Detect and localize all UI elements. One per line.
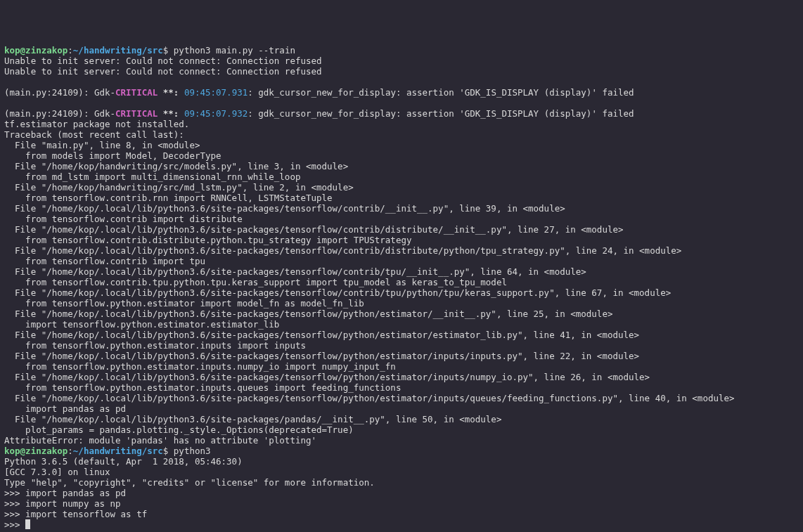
traceback-line: from tensorflow.contrib.distribute.pytho… xyxy=(4,235,799,245)
gdk-msg: : gdk_cursor_new_for_display: assertion … xyxy=(248,108,634,119)
repl-line[interactable]: >>> import pandas as pd xyxy=(4,488,799,498)
traceback-line: import pandas as pd xyxy=(4,403,799,414)
cursor xyxy=(25,519,30,529)
traceback-line: File "/home/kop/.local/lib/python3.6/sit… xyxy=(4,414,799,424)
traceback-line: import tensorflow.python.estimator.estim… xyxy=(4,319,799,330)
command-input[interactable]: python3 main.py --train xyxy=(168,45,295,56)
gdk-time: 09:45:07.931 xyxy=(184,87,248,98)
gdk-prefix: (main.py:24109): Gdk- xyxy=(4,108,115,119)
prompt-line-2: kop@zinzakop:~/handwriting/src$ python3 xyxy=(4,446,799,456)
repl-line[interactable]: >>> import numpy as np xyxy=(4,498,799,509)
traceback-line: File "/home/kop/handwriting/src/models.p… xyxy=(4,161,799,171)
traceback-line: File "/home/kop/.local/lib/python3.6/sit… xyxy=(4,287,799,298)
traceback-line: from tensorflow.contrib import distribut… xyxy=(4,214,799,224)
traceback-header: Traceback (most recent call last): xyxy=(4,129,799,140)
traceback-line: from tensorflow.contrib.tpu.python.tpu.k… xyxy=(4,277,799,287)
python-banner: [GCC 7.3.0] on linux xyxy=(4,467,799,477)
traceback-line: File "/home/kop/.local/lib/python3.6/sit… xyxy=(4,266,799,277)
traceback-line: File "/home/kop/.local/lib/python3.6/sit… xyxy=(4,351,799,361)
prompt-path: ~/handwriting/src xyxy=(73,446,163,456)
traceback-line: File "main.py", line 8, in <module> xyxy=(4,140,799,150)
prompt-path: ~/handwriting/src xyxy=(73,45,163,56)
error-connect: Unable to init server: Could not connect… xyxy=(4,66,799,77)
blank-line xyxy=(4,77,799,87)
blank-line xyxy=(4,98,799,108)
python-banner: Type "help", "copyright", "credits" or "… xyxy=(4,477,799,488)
gdk-critical-line: (main.py:24109): Gdk-CRITICAL **: 09:45:… xyxy=(4,87,799,98)
traceback-line: from models import Model, DecoderType xyxy=(4,150,799,161)
gdk-stars: **: xyxy=(158,87,184,98)
prompt-user: kop@zinzakop xyxy=(4,446,68,456)
gdk-stars: **: xyxy=(158,108,184,119)
repl-line[interactable]: >>> import tensorflow as tf xyxy=(4,509,799,519)
terminal[interactable]: kop@zinzakop:~/handwriting/src$ python3 … xyxy=(4,45,799,530)
command-input[interactable]: python3 xyxy=(168,446,210,456)
traceback-line: from md_lstm import multi_dimensional_rn… xyxy=(4,171,799,182)
traceback-line: File "/home/kop/.local/lib/python3.6/sit… xyxy=(4,203,799,214)
gdk-prefix: (main.py:24109): Gdk- xyxy=(4,87,115,98)
prompt-user: kop@zinzakop xyxy=(4,45,68,56)
traceback-line: from tensorflow.python.estimator import … xyxy=(4,298,799,309)
gdk-critical-line: (main.py:24109): Gdk-CRITICAL **: 09:45:… xyxy=(4,108,799,119)
tf-estimator-msg: tf.estimator package not installed. xyxy=(4,119,799,129)
gdk-critical: CRITICAL xyxy=(115,108,158,119)
prompt-line-1: kop@zinzakop:~/handwriting/src$ python3 … xyxy=(4,45,799,56)
error-connect: Unable to init server: Could not connect… xyxy=(4,56,799,66)
traceback-line: File "/home/kop/.local/lib/python3.6/sit… xyxy=(4,309,799,319)
attribute-error: AttributeError: module 'pandas' has no a… xyxy=(4,435,799,446)
python-banner: Python 3.6.5 (default, Apr 1 2018, 05:46… xyxy=(4,456,799,467)
traceback-line: File "/home/kop/.local/lib/python3.6/sit… xyxy=(4,224,799,235)
traceback-line: from tensorflow.python.estimator.inputs … xyxy=(4,340,799,351)
gdk-time: 09:45:07.932 xyxy=(184,108,248,119)
traceback-line: from tensorflow.contrib.rnn import RNNCe… xyxy=(4,193,799,203)
repl-prompt[interactable]: >>> xyxy=(4,519,799,530)
traceback-line: File "/home/kop/.local/lib/python3.6/sit… xyxy=(4,393,799,403)
traceback-line: from tensorflow.python.estimator.inputs.… xyxy=(4,361,799,372)
traceback-line: from tensorflow.contrib import tpu xyxy=(4,256,799,266)
traceback-line: File "/home/kop/.local/lib/python3.6/sit… xyxy=(4,330,799,340)
traceback-line: from tensorflow.python.estimator.inputs.… xyxy=(4,382,799,393)
traceback-line: File "/home/kop/.local/lib/python3.6/sit… xyxy=(4,372,799,382)
traceback-line: File "/home/kop/.local/lib/python3.6/sit… xyxy=(4,245,799,256)
gdk-critical: CRITICAL xyxy=(115,87,158,98)
traceback-line: File "/home/kop/handwriting/src/md_lstm.… xyxy=(4,182,799,193)
gdk-msg: : gdk_cursor_new_for_display: assertion … xyxy=(248,87,634,98)
traceback-line: plot_params = pandas.plotting._style._Op… xyxy=(4,424,799,435)
